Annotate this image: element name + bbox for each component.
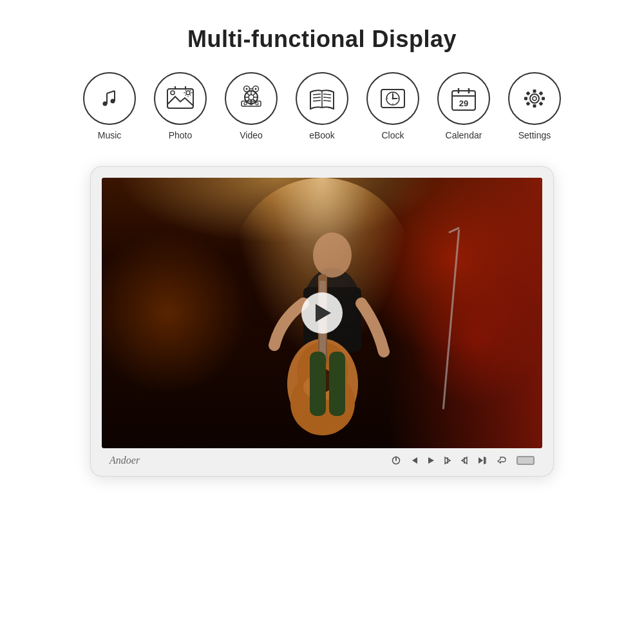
settings-icon-circle	[508, 72, 561, 125]
svg-line-11	[190, 90, 191, 91]
svg-marker-87	[478, 457, 483, 464]
device-screen	[102, 178, 542, 448]
music-icon-circle	[83, 72, 136, 125]
return-button[interactable]	[497, 457, 506, 464]
video-icon-circle	[225, 72, 278, 125]
svg-line-12	[185, 95, 186, 95]
clock-icon-circle	[366, 72, 419, 125]
photo-icon	[166, 86, 194, 111]
next-button[interactable]	[478, 457, 487, 464]
svg-point-29	[244, 102, 247, 105]
prev-button[interactable]	[411, 457, 417, 464]
ebook-icon-circle	[296, 72, 348, 125]
svg-point-14	[249, 95, 254, 100]
vol-up-button[interactable]	[444, 457, 451, 464]
vol-down-button[interactable]	[461, 457, 468, 464]
icon-item-settings: Settings	[508, 72, 561, 140]
svg-line-19	[247, 93, 249, 95]
settings-icon	[520, 86, 549, 111]
icon-item-music: Music	[83, 72, 136, 140]
brand-name: Andoer	[109, 455, 392, 466]
usb-slot	[516, 456, 535, 465]
svg-line-9	[185, 90, 186, 91]
svg-point-24	[246, 88, 248, 90]
svg-rect-62	[538, 101, 543, 106]
icon-item-clock: Clock	[366, 72, 419, 140]
svg-line-10	[190, 95, 191, 95]
svg-line-21	[253, 93, 256, 95]
svg-point-53	[530, 94, 539, 103]
device-bottom-bar: Andoer	[102, 448, 542, 468]
svg-line-37	[323, 97, 331, 98]
svg-point-4	[186, 91, 190, 95]
svg-point-0	[103, 102, 108, 106]
settings-label: Settings	[518, 130, 551, 140]
svg-marker-81	[412, 457, 417, 464]
power-button[interactable]	[392, 456, 401, 465]
svg-point-26	[255, 88, 257, 90]
svg-rect-78	[329, 352, 345, 416]
svg-point-1	[111, 99, 115, 104]
svg-point-54	[533, 97, 536, 100]
icon-item-photo: Photo	[154, 72, 207, 140]
clock-icon	[379, 86, 407, 111]
video-label: Video	[240, 130, 263, 140]
svg-text:29: 29	[459, 99, 468, 108]
play-button[interactable]	[301, 292, 343, 334]
play-pause-button[interactable]	[428, 457, 434, 464]
svg-point-43	[392, 98, 394, 100]
page-title: Multi-functional Display	[187, 26, 457, 53]
photo-icon-circle	[154, 72, 207, 125]
svg-line-35	[313, 100, 321, 101]
svg-line-34	[313, 97, 321, 98]
svg-point-3	[171, 91, 175, 95]
clock-label: Clock	[381, 130, 404, 140]
control-buttons	[392, 456, 535, 465]
ebook-icon	[308, 86, 336, 111]
icon-item-calendar: 29 Calendar	[437, 72, 490, 140]
music-icon	[97, 86, 122, 111]
svg-line-38	[323, 100, 331, 101]
calendar-icon: 29	[450, 86, 478, 111]
ebook-label: eBook	[309, 130, 335, 140]
svg-line-33	[313, 94, 321, 95]
icon-item-video: Video	[225, 72, 278, 140]
music-label: Music	[98, 130, 122, 140]
svg-marker-82	[428, 457, 434, 464]
play-triangle-icon	[316, 304, 331, 322]
svg-point-64	[313, 232, 352, 278]
icon-item-ebook: eBook	[296, 72, 348, 140]
svg-rect-60	[538, 91, 543, 95]
svg-rect-77	[310, 352, 326, 416]
svg-rect-55	[533, 90, 536, 93]
photo-label: Photo	[169, 130, 193, 140]
svg-rect-61	[526, 101, 530, 106]
svg-rect-59	[526, 91, 530, 95]
svg-rect-57	[524, 97, 527, 100]
video-icon	[236, 86, 266, 111]
svg-point-31	[256, 102, 258, 105]
device-frame: Andoer	[90, 166, 554, 477]
svg-rect-58	[542, 97, 545, 100]
calendar-label: Calendar	[446, 130, 482, 140]
svg-rect-56	[533, 104, 536, 108]
calendar-icon-circle: 29	[437, 72, 490, 125]
feature-icons-row: Music Photo	[83, 72, 561, 140]
svg-line-36	[323, 94, 331, 95]
